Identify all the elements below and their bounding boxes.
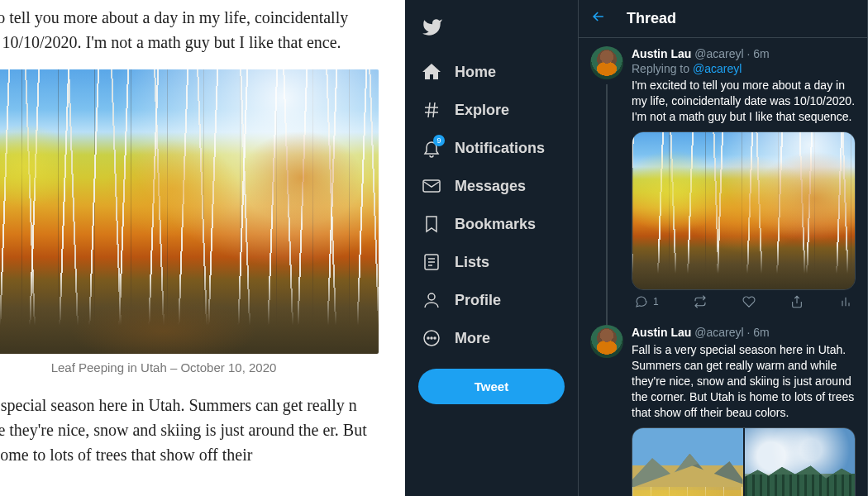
tweet-text: I'm excited to tell you more about a day… <box>632 78 856 125</box>
tweet[interactable]: Austin Lau @acareyl · 6m Fall is a very … <box>579 317 867 496</box>
tweet-actions: 1 <box>632 290 856 317</box>
svg-point-4 <box>427 337 429 339</box>
timestamp: 6m <box>753 326 769 339</box>
author-name[interactable]: Austin Lau <box>632 326 691 339</box>
like-button[interactable] <box>742 295 756 308</box>
bell-icon: 9 <box>422 138 441 158</box>
nav-home-label: Home <box>455 64 496 81</box>
arrow-left-icon <box>590 8 607 25</box>
envelope-icon <box>422 176 441 196</box>
twitter-main: Thread Austin Lau @acareyl · 6m Replying… <box>579 0 868 496</box>
nav-messages-label: Messages <box>455 178 526 195</box>
retweet-icon <box>694 295 707 308</box>
replying-to-prefix: Replying to <box>632 62 693 75</box>
tweet-media-grid[interactable] <box>632 427 856 497</box>
replying-to-handle[interactable]: @acareyl <box>693 62 742 75</box>
nav-notifications[interactable]: 9 Notifications <box>412 129 571 167</box>
nav-bookmarks-label: Bookmarks <box>455 216 536 233</box>
nav-more[interactable]: More <box>412 319 571 357</box>
author-name[interactable]: Austin Lau <box>632 47 691 60</box>
thread-connector <box>606 84 608 325</box>
nav-profile-label: Profile <box>455 292 501 309</box>
compose-tweet-button[interactable]: Tweet <box>418 369 565 404</box>
retweet-button[interactable] <box>694 295 707 308</box>
twitter-pane: Home Explore 9 Notifications Messages Bo… <box>405 0 868 496</box>
author-handle[interactable]: @acareyl <box>694 47 743 60</box>
avatar[interactable] <box>590 325 623 358</box>
list-icon <box>422 252 441 272</box>
timestamp: 6m <box>753 47 769 60</box>
tweet[interactable]: Austin Lau @acareyl · 6m Replying to @ac… <box>579 38 867 317</box>
thread-header: Thread <box>579 0 867 38</box>
hash-icon <box>422 100 441 120</box>
reply-count: 1 <box>653 296 659 308</box>
nav-profile[interactable]: Profile <box>412 281 571 319</box>
tweet-image-forest <box>632 132 855 289</box>
tweet-image-mountain-1 <box>632 428 743 497</box>
bookmark-icon <box>422 214 441 234</box>
analytics-icon <box>839 295 852 308</box>
analytics-button[interactable] <box>839 295 852 308</box>
nav-lists[interactable]: Lists <box>412 243 571 281</box>
nav-lists-label: Lists <box>455 254 489 271</box>
svg-point-2 <box>428 293 435 300</box>
twitter-sidebar: Home Explore 9 Notifications Messages Bo… <box>405 0 579 496</box>
tweet-media[interactable] <box>632 131 856 290</box>
tweet-body: Austin Lau @acareyl · 6m Replying to @ac… <box>632 46 856 317</box>
svg-point-5 <box>431 337 432 339</box>
notification-badge: 9 <box>433 135 445 146</box>
tweet-body: Austin Lau @acareyl · 6m Fall is a very … <box>632 325 856 496</box>
heart-icon <box>742 295 756 308</box>
twitter-logo[interactable] <box>412 10 571 53</box>
more-icon <box>422 328 441 348</box>
nav-notifications-label: Notifications <box>455 140 545 157</box>
blog-image-caption: Leaf Peeping in Utah – October 10, 2020 <box>0 360 379 374</box>
nav-messages[interactable]: Messages <box>412 167 571 205</box>
blog-hero-image <box>0 69 379 354</box>
home-icon <box>422 62 441 82</box>
reply-icon <box>635 295 648 308</box>
avatar[interactable] <box>590 46 623 79</box>
tweet-header: Austin Lau @acareyl · 6m <box>632 325 856 340</box>
share-icon <box>790 295 804 308</box>
profile-icon <box>422 290 441 310</box>
replying-to: Replying to @acareyl <box>632 62 856 75</box>
back-button[interactable] <box>590 8 607 29</box>
svg-rect-0 <box>423 180 440 192</box>
tweet-image-mountain-2 <box>745 428 856 497</box>
nav-home[interactable]: Home <box>412 53 571 91</box>
author-handle[interactable]: @acareyl <box>694 326 743 339</box>
twitter-bird-icon <box>422 17 443 38</box>
tweet-text: Fall is a very special season here in Ut… <box>632 342 856 420</box>
blog-pane: excited to tell you more about a day in … <box>0 0 405 496</box>
blog-paragraph-2: is a very special season here in Utah. S… <box>0 393 370 467</box>
nav-explore[interactable]: Explore <box>412 91 571 129</box>
nav-more-label: More <box>455 330 490 347</box>
svg-point-6 <box>434 337 436 339</box>
tweet-header: Austin Lau @acareyl · 6m <box>632 46 856 61</box>
share-button[interactable] <box>790 295 804 308</box>
reply-button[interactable]: 1 <box>635 295 659 308</box>
nav-bookmarks[interactable]: Bookmarks <box>412 205 571 243</box>
blog-paragraph-1: excited to tell you more about a day in … <box>0 5 370 55</box>
nav-explore-label: Explore <box>455 102 509 119</box>
thread-title: Thread <box>627 10 676 27</box>
blog-figure: Leaf Peeping in Utah – October 10, 2020 <box>0 69 379 374</box>
